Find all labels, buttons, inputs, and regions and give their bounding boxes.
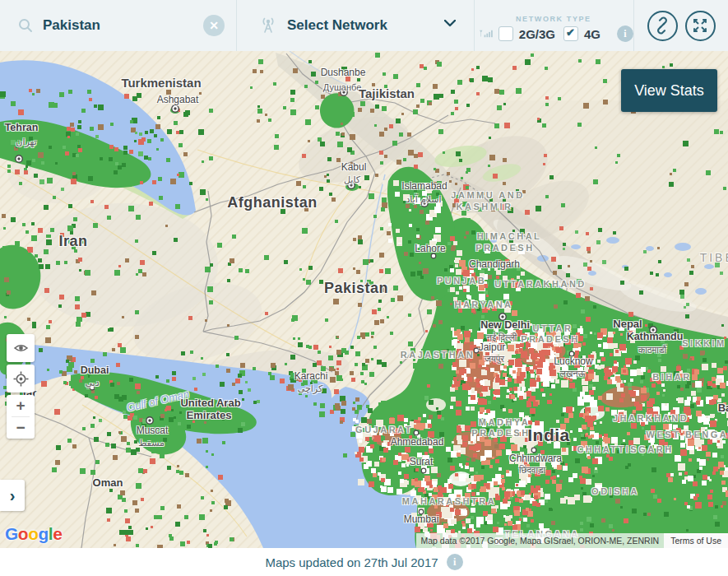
eye-icon (13, 341, 29, 355)
network-select-label: Select Network (287, 17, 387, 34)
network-type-caption: NETWORK TYPE (516, 15, 633, 23)
network-type-info-icon[interactable]: i (617, 26, 633, 42)
expand-panel-button[interactable]: › (0, 480, 25, 511)
footer-bar: Maps updated on 27th Jul 2017 i (0, 548, 728, 576)
capital-marker (348, 182, 355, 188)
capital-marker (16, 156, 22, 162)
antenna-icon (260, 16, 276, 35)
city-marker (531, 448, 536, 453)
top-toolbar: ✕ Select Network NETWORK TYPE (0, 0, 728, 51)
map-attribution: Map data ©2017 Google, Mapa GISrael, ORI… (416, 533, 665, 548)
network-select-dropdown[interactable]: Select Network (237, 0, 474, 51)
capital-marker (499, 314, 506, 320)
capital-marker (421, 200, 428, 207)
fullscreen-button[interactable] (685, 11, 716, 41)
footer-info-icon[interactable]: i (447, 554, 463, 570)
zoom-out-button[interactable]: − (7, 417, 35, 439)
map-canvas[interactable]: TurkmenistanAshgabatDushanbeДушанбеTajik… (0, 51, 728, 548)
google-logo[interactable]: Google (5, 524, 62, 544)
link-icon (653, 16, 671, 35)
city-marker (90, 385, 95, 390)
chevron-down-icon (444, 20, 456, 27)
maps-updated-text: Maps updated on 27th Jul 2017 (265, 555, 438, 569)
search-section: ✕ (0, 0, 236, 51)
capital-marker (341, 89, 347, 95)
capital-marker (172, 105, 179, 112)
zoom-in-button[interactable]: + (7, 395, 35, 416)
city-marker (421, 468, 426, 473)
city-marker (569, 351, 574, 356)
city-marker (419, 509, 424, 514)
view-stats-button[interactable]: View Stats (621, 69, 717, 112)
terms-of-use-link[interactable]: Terms of Use (664, 533, 728, 548)
search-input[interactable] (43, 17, 187, 34)
checkbox-2g3g[interactable] (498, 26, 513, 41)
city-marker (431, 253, 436, 258)
signal-bars-icon (480, 27, 494, 40)
share-link-button[interactable] (647, 11, 678, 41)
map-render (0, 51, 728, 548)
my-location-button[interactable] (7, 365, 35, 393)
toggle-coverage-button[interactable] (7, 334, 35, 362)
target-icon (13, 371, 29, 387)
clear-search-button[interactable]: ✕ (203, 15, 225, 36)
checkbox-4g-label[interactable]: 4G (584, 27, 600, 41)
zoom-control: + − (7, 395, 35, 439)
city-marker (414, 430, 419, 435)
expand-icon (691, 16, 709, 35)
search-icon (18, 18, 33, 33)
network-type-section: NETWORK TYPE 2G/3G 4G i (475, 0, 633, 51)
checkbox-4g[interactable] (563, 26, 578, 41)
checkbox-2g3g-label[interactable]: 2G/3G (519, 27, 555, 41)
toolbar-actions (634, 0, 728, 51)
city-marker (474, 348, 479, 353)
capital-marker (650, 327, 656, 333)
capital-marker (146, 417, 153, 424)
